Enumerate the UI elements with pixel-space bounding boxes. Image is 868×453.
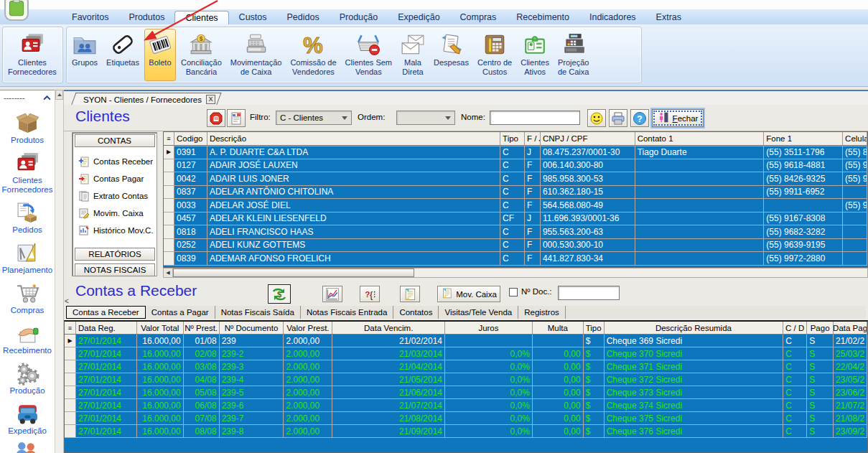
ribbon-button-boleto[interactable]: Boleto (144, 29, 176, 81)
help-button[interactable]: ? (630, 109, 649, 127)
table-row[interactable]: ▶27/01/201416.000,0001/082392.000,0021/0… (65, 335, 867, 347)
notas-fiscais-button[interactable]: NOTAS FISCAIS (75, 263, 155, 276)
menu-item-produ-o[interactable]: Produção (330, 9, 388, 24)
column-header-data-vencim[interactable]: Data Vencim. (332, 322, 445, 335)
table-row[interactable]: 0127ADAIR JOSÉ LAUXENCF006.140.300-80(55… (164, 159, 867, 173)
num-doc-checkbox[interactable] (509, 288, 518, 296)
table-row[interactable]: ▶0391A. P. DUARTE C&A LTDACJ08.475.237/0… (164, 146, 867, 159)
side-nav-scrollbar[interactable] (55, 90, 64, 453)
menu-item-clientes[interactable]: Clientes (174, 11, 228, 24)
menu-item-indicadores[interactable]: Indicadores (579, 9, 646, 24)
form-button[interactable] (227, 109, 246, 127)
sidebar-item-planejamento[interactable]: Planejamento (0, 241, 55, 275)
splitter-handle[interactable]: < (65, 297, 69, 305)
table-row[interactable]: 0252ADELI KUNZ GOTTEMSCF000.530.300-10(5… (164, 239, 867, 253)
column-header-f-j[interactable]: F / J (525, 132, 541, 146)
ribbon-button-clientes-fornecedores[interactable]: Clientes Fornecedores (4, 29, 60, 81)
sidebar-item-compras[interactable]: Compras (0, 281, 55, 315)
chart-button[interactable] (322, 286, 342, 302)
ribbon-button-concilia-o-banc-ria[interactable]: $Conciliação Bancária (177, 29, 225, 81)
column-header-descri-o[interactable]: Descrição (207, 132, 500, 146)
table-row[interactable]: 0042ADAIR LUIS JONERCF985.958.300-53(55)… (164, 172, 867, 186)
num-doc-input[interactable] (558, 286, 620, 300)
ribbon-button-etiquetas[interactable]: Etiquetas (103, 29, 143, 81)
sidebar-item-produ-o[interactable]: Produção (0, 362, 55, 396)
accounts-item-hist-rico-mov-c[interactable]: Histórico Mov.C. (74, 222, 155, 239)
ribbon-button-movimenta-o-de-caixa[interactable]: Movimentação de Caixa (227, 29, 286, 81)
contas-header-button[interactable]: CONTAS (75, 134, 155, 147)
tab-contatos[interactable]: Contatos (393, 306, 439, 319)
tab-notas-fiscais-sa-da[interactable]: Notas Fiscais Saída (215, 306, 301, 319)
column-header-n-documento[interactable]: Nº Documento (220, 322, 284, 335)
ribbon-button-grupos[interactable]: Grupos (68, 29, 101, 81)
query-button[interactable]: ?{ (360, 286, 380, 302)
column-header-data-pag[interactable]: Data Pag (834, 322, 867, 335)
column-header-valor-total[interactable]: Valor Total (137, 322, 184, 335)
column-header-n-prest[interactable]: Nº Prest. (184, 322, 220, 335)
column-header-valor-prest[interactable]: Valor Prest. (284, 322, 332, 335)
money-transfer-button[interactable]: $ (268, 284, 291, 304)
sidebar-item-clientes-fornecedores[interactable]: Clientes Fornecedores (0, 151, 55, 195)
filter-select[interactable]: C - Clientes (276, 111, 352, 125)
tab-registros[interactable]: Registros (518, 306, 566, 319)
accounts-item-contas-pagar[interactable]: Contas Pagar (74, 170, 155, 187)
ribbon-button-mala-direta[interactable]: Mala Direta (397, 29, 429, 81)
menu-item-expedi-o[interactable]: Expedição (388, 9, 449, 24)
accounts-item-movim-caixa[interactable]: Movim. Caixa (74, 205, 155, 222)
ribbon-button-comiss-o-de-vendedores[interactable]: %Comissão de Vendedores (286, 29, 340, 81)
table-row[interactable]: 27/01/201416.000,0008/08239-82.000,0021/… (65, 425, 867, 438)
table-row[interactable]: 0837ADELAR ANTÔNIO CHITOLINACF610.362.18… (164, 186, 867, 200)
scrollbar-thumb[interactable] (173, 268, 414, 277)
column-header-descri-o-resumida[interactable]: Descrição Resumida (605, 322, 784, 335)
table-row[interactable]: 27/01/201416.000,0004/08239-42.000,0021/… (65, 373, 867, 386)
sidebar-item-pedidos[interactable]: Pedidos (0, 201, 55, 235)
sidebar-item-expedi-o[interactable]: Expedição (0, 402, 55, 436)
table-row[interactable]: 0457ADELAR KLEIN LIESENFELDCFJ11.696.393… (164, 213, 867, 226)
tab-notas-fiscais-entrada[interactable]: Notas Fiscais Entrada (301, 306, 394, 319)
mov-caixa-button[interactable]: Mov. Caixa (437, 286, 500, 302)
ribbon-button-clientes-sem-vendas[interactable]: Clientes Sem Vendas (342, 29, 396, 81)
side-nav-header[interactable]: -------- (0, 90, 55, 105)
ribbon-button-centro-de-custos[interactable]: Centro de Custos (474, 29, 515, 81)
ribbon-button-clientes-ativos[interactable]: Clientes Ativos (517, 29, 553, 81)
table-row[interactable]: 27/01/201416.000,0007/08239-72.000,0021/… (65, 412, 867, 425)
print-button[interactable] (609, 109, 627, 127)
table-row[interactable]: 0839ADEMAR AFONSO FROELICHCF441.827.830-… (164, 252, 867, 266)
column-header-tipo[interactable]: Tipo (584, 322, 605, 335)
collapse-chevron-icon[interactable] (43, 95, 51, 101)
table-row[interactable]: 0818ADELI FRANCISCO HAASCF955.563.200-63… (164, 225, 867, 239)
menu-item-recebimento[interactable]: Recebimento (506, 9, 579, 24)
column-header-multa[interactable]: Multa (533, 322, 584, 335)
table-row[interactable]: 27/01/201416.000,0005/08239-52.000,0021/… (65, 386, 867, 399)
tab-contas-a-pagar[interactable]: Contas a Pagar (146, 306, 215, 319)
fechar-button[interactable]: Fechar (652, 109, 704, 127)
column-header-fone-1[interactable]: Fone 1 (764, 132, 843, 146)
note-button[interactable] (400, 286, 420, 302)
ribbon-button-despesas[interactable]: Despesas (430, 29, 472, 81)
menu-item-produtos[interactable]: Produtos (118, 9, 174, 24)
tab-visitas-tele-venda[interactable]: Visitas/Tele Venda (439, 306, 518, 319)
sidebar-item-recebimento[interactable]: Recebimento (0, 322, 55, 355)
scroll-up-button[interactable] (55, 90, 63, 100)
ribbon-button-proje-o-de-caixa[interactable]: Projeção de Caixa (554, 29, 592, 81)
menu-item-extras[interactable]: Extras (646, 9, 691, 24)
table-row[interactable]: 27/01/201416.000,0003/08239-32.000,0021/… (65, 360, 867, 373)
name-input[interactable] (490, 111, 580, 125)
menu-item-favoritos[interactable]: Favoritos (62, 9, 118, 24)
order-select[interactable] (396, 111, 455, 125)
menu-item-compras[interactable]: Compras (450, 9, 507, 24)
table-row[interactable]: 0033ADELAR JOSÉ DIELCF564.568.080-49(55)… (164, 199, 867, 213)
column-header-pago[interactable]: Pago (807, 322, 834, 335)
column-header-tipo[interactable]: Tipo (500, 132, 525, 146)
tab-contas-a-receber[interactable]: Contas a Receber (66, 306, 146, 319)
users-icon[interactable] (14, 440, 38, 453)
column-header-codigo[interactable]: Codigo (174, 132, 207, 146)
column-header-juros[interactable]: Juros (445, 322, 533, 335)
sidebar-item-produtos[interactable]: Produtos (0, 111, 55, 145)
relatorios-button[interactable]: RELATÓRIOS (75, 248, 155, 261)
column-header-cnpj-cpf[interactable]: CNPJ / CPF (541, 132, 635, 146)
column-header-celular[interactable]: Celular (843, 132, 867, 146)
tab-close-button[interactable]: X (206, 95, 215, 104)
column-header-data-reg[interactable]: Data Reg. (76, 322, 137, 335)
column-header-contato-1[interactable]: Contato 1 (635, 132, 765, 146)
